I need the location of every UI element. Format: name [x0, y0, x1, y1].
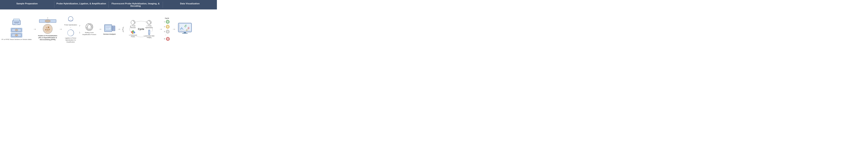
- cycle-grid: 1. FluorescentProbes 2. ProbeHybridizati…: [124, 19, 158, 40]
- svg-rect-34: [148, 30, 150, 34]
- fixation-label: Fixation & Permeabilization (FF) or Depa…: [38, 35, 58, 40]
- svg-point-50: [185, 27, 186, 27]
- svg-point-46: [183, 29, 183, 30]
- ligation-col: Ligation & Primer Hybridization for Ampl…: [64, 29, 78, 43]
- main-content: FF or FFPE Tissue Sections on Xenium sli…: [0, 9, 217, 49]
- cycle-item-fluorescent: 1. FluorescentProbes: [126, 30, 141, 38]
- cycle-row-2: 2: [164, 25, 170, 29]
- rca-product-icon: [85, 23, 94, 31]
- rca-label: Rolling Circle Amplification Product: [82, 32, 97, 36]
- svg-point-12: [47, 18, 48, 18]
- header-section-sample-prep: Sample Preparation: [0, 2, 54, 8]
- blob-N: [166, 37, 170, 41]
- fixation-slide-icon: [39, 18, 57, 23]
- cycle-num-2: 2: [164, 26, 165, 28]
- slide-imaging-icon: [147, 30, 151, 35]
- svg-point-54: [189, 28, 189, 29]
- svg-point-53: [188, 27, 189, 28]
- probe-removal-icon: [130, 20, 136, 25]
- svg-point-21: [68, 17, 73, 21]
- svg-point-57: [187, 30, 188, 30]
- arrow-2: →: [58, 27, 63, 31]
- cycle-row-1: 1: [164, 20, 170, 24]
- slides-label: FF or FFPE Tissue Sections on Xenium sli…: [2, 38, 32, 40]
- slide-icon-2: [11, 33, 22, 37]
- svg-point-19: [46, 31, 47, 32]
- monitor-section: [178, 23, 192, 36]
- svg-rect-2: [14, 22, 19, 23]
- cycle-row-N: N: [164, 37, 170, 41]
- probe-hybridization-cycle-label: 2. ProbeHybridization: [146, 25, 153, 29]
- svg-rect-24: [112, 26, 115, 31]
- cycle-row-3: 3: [164, 29, 170, 34]
- svg-point-43: [181, 29, 181, 30]
- probe-hybridization-icon: [66, 15, 75, 24]
- svg-point-36: [148, 34, 150, 35]
- blob-2: [165, 25, 170, 29]
- svg-rect-23: [105, 25, 111, 30]
- cycle-probe-icon: [147, 20, 152, 25]
- blob-1: [165, 20, 170, 24]
- tissue-circle-icon: [42, 24, 53, 34]
- svg-point-52: [188, 28, 188, 29]
- svg-point-51: [186, 25, 186, 25]
- svg-point-20: [49, 30, 49, 31]
- ligation-icon: [66, 29, 75, 37]
- cycle-num-N: N: [164, 38, 165, 40]
- svg-point-8: [15, 34, 18, 36]
- arrow-6: →: [172, 27, 176, 31]
- cycle-num-3: 3: [164, 31, 165, 32]
- svg-rect-3: [15, 24, 18, 25]
- svg-point-41: [180, 29, 181, 29]
- cycle-bracket-group: { 1. FluorescentProbes: [122, 19, 158, 40]
- svg-point-33: [132, 32, 133, 34]
- cycle-row-dots: ⋮: [164, 34, 170, 36]
- cycle-dots: ⋮: [165, 34, 167, 36]
- printer-icon: [12, 18, 21, 26]
- svg-point-32: [133, 31, 135, 33]
- bracket-left: {: [122, 26, 124, 32]
- arrow-5: →: [159, 27, 163, 31]
- monitor-wrapper: [178, 23, 192, 36]
- arrow-1: →: [32, 27, 37, 31]
- svg-point-14: [46, 27, 47, 28]
- svg-point-15: [48, 27, 49, 28]
- svg-point-26: [113, 29, 114, 29]
- header-bar: Sample Preparation Probe Hybridization, …: [0, 0, 217, 9]
- probe-ligation-section: Probe Hybridization ↓ Ligation & Primer …: [64, 15, 78, 43]
- svg-rect-39: [184, 32, 186, 33]
- svg-point-49: [186, 26, 187, 27]
- slide-icon-1: [11, 28, 22, 32]
- blob-3: [165, 29, 170, 34]
- arrow-3: →: [98, 27, 102, 31]
- ligation-label: Ligation & Primer Hybridization for Ampl…: [64, 37, 78, 43]
- header-section-fluorescent: Fluorescent Probe Hybridization, Imaging…: [108, 2, 163, 8]
- svg-point-58: [186, 30, 187, 31]
- svg-rect-40: [182, 33, 188, 34]
- cycle-center-label: Cycle: [137, 27, 145, 31]
- svg-rect-1: [13, 19, 20, 21]
- probe-hybridization-label: Probe Hybridization: [64, 24, 77, 26]
- rca-section: Rolling Circle Amplification Product: [82, 23, 97, 36]
- svg-point-4: [19, 22, 19, 22]
- svg-point-18: [49, 29, 50, 30]
- svg-point-16: [46, 29, 49, 31]
- xenium-analyzer-section: Xenium Analyzer: [103, 23, 116, 35]
- svg-point-35: [148, 30, 150, 30]
- slides-section: FF or FFPE Tissue Sections on Xenium sli…: [2, 18, 32, 40]
- fluorescent-probes-label: 1. FluorescentProbes: [129, 34, 137, 38]
- xenium-analyzer-label: Xenium Analyzer: [103, 33, 116, 35]
- data-viz-section: Cycle 1 2 3: [164, 17, 192, 41]
- slide-imaging-label: 3. Automated SlideImaging: [144, 35, 154, 38]
- cycle-list: Cycle 1 2 3: [164, 17, 170, 41]
- diagonal-arrows: ↗ ↘: [78, 17, 81, 41]
- svg-point-45: [181, 27, 182, 28]
- svg-point-17: [45, 29, 46, 30]
- xenium-analyzer-icon: [104, 23, 116, 33]
- monitor-icon: [178, 23, 192, 35]
- probe-removal-label: 4. ProbeRemoval: [130, 25, 136, 29]
- svg-point-55: [188, 29, 189, 29]
- arrow-4: →: [117, 27, 121, 31]
- cycle-list-title: Cycle: [164, 17, 170, 19]
- cycle-num-1: 1: [164, 21, 165, 23]
